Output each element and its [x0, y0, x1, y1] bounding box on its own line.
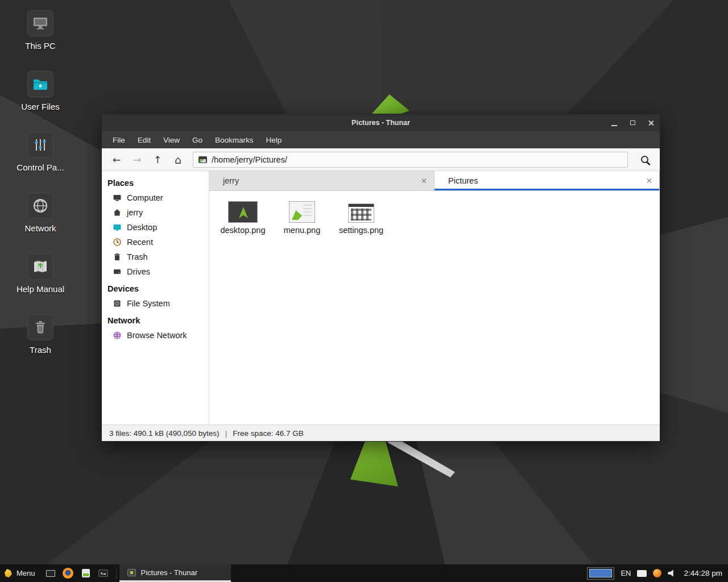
search-button[interactable] [634, 151, 655, 169]
sidebar-item-label: Trash [127, 252, 148, 261]
status-free-space: Free space: 46.7 GB [233, 429, 304, 438]
menu-edit[interactable]: Edit [131, 132, 157, 148]
clock-icon [113, 238, 122, 247]
window-list-icon [46, 570, 55, 577]
clock[interactable]: 2:44:28 pm [682, 569, 722, 577]
control-panel-icon [27, 132, 53, 158]
desktop-icon-control-panel[interactable]: Control Pa... [6, 132, 75, 172]
sidebar-item-drives[interactable]: Drives [102, 264, 209, 279]
file-manager-launcher[interactable] [80, 564, 92, 582]
tab-close-icon[interactable] [647, 178, 652, 184]
tab-bar: jerry Pictures [209, 171, 660, 191]
folder-icon [27, 71, 53, 97]
thunar-window: Pictures - Thunar File Edit View Go Book… [101, 114, 660, 442]
content-pane: jerry Pictures desktop.png [209, 171, 660, 425]
sidebar-item-recent[interactable]: Recent [102, 235, 209, 250]
menu-help[interactable]: Help [260, 132, 288, 148]
path-text: /home/jerry/Pictures/ [212, 155, 287, 164]
wallpaper-accent-white-bottom [388, 439, 455, 477]
firefox-icon [63, 568, 73, 579]
window-controls [605, 114, 660, 131]
status-bar: 3 files: 490.1 kB (490,050 bytes) | Free… [102, 425, 660, 441]
file-menu-png[interactable]: menu.png [274, 199, 330, 235]
up-button[interactable]: ↑ [147, 151, 168, 168]
sidebar-item-file-system[interactable]: File System [102, 296, 209, 311]
menu-view[interactable]: View [157, 132, 186, 148]
titlebar[interactable]: Pictures - Thunar [102, 114, 660, 131]
menu-bar: File Edit View Go Bookmarks Help [102, 131, 660, 148]
desktop-icon-label: Trash [30, 345, 51, 355]
language-indicator[interactable]: EN [621, 569, 631, 577]
file-manager-icon [82, 569, 90, 577]
globe-icon [27, 193, 53, 219]
sidebar-header-devices: Devices [102, 279, 209, 296]
sidebar-item-desktop[interactable]: Desktop [102, 220, 209, 235]
taskbar-tray: EN 2:44:28 pm [587, 564, 728, 582]
window-title: Pictures - Thunar [102, 119, 660, 127]
home-button[interactable]: ⌂ [168, 151, 188, 168]
notification-icon[interactable] [653, 569, 661, 577]
desktop-icon-user-files[interactable]: User Files [6, 71, 75, 111]
file-name: settings.png [339, 226, 383, 235]
wallpaper-accent-green-top [371, 94, 410, 115]
menu-bookmarks[interactable]: Bookmarks [209, 132, 260, 148]
desktop-icon-list: This PC User Files Control Pa... Network… [6, 10, 75, 355]
desktop-icon-label: Control Pa... [16, 163, 64, 172]
sidebar-item-label: Desktop [127, 223, 157, 232]
desktop-icon-label: User Files [21, 102, 60, 111]
tab-label: Pictures [448, 176, 478, 185]
menu-go[interactable]: Go [186, 132, 209, 148]
workspace-pager[interactable] [587, 567, 614, 580]
sidebar-item-browse-network[interactable]: Browse Network [102, 328, 209, 343]
sidebar-item-trash[interactable]: Trash [102, 250, 209, 264]
sidebar-item-jerry[interactable]: jerry [102, 205, 209, 220]
sidebar-item-computer[interactable]: Computer [102, 190, 209, 205]
file-desktop-png[interactable]: desktop.png [215, 199, 271, 235]
trash-icon [113, 252, 122, 261]
close-icon [648, 120, 654, 126]
desktop-icon [113, 223, 122, 232]
sidebar-item-label: jerry [127, 208, 143, 217]
desktop-icon-this-pc[interactable]: This PC [6, 10, 75, 51]
sidebar-item-label: Recent [127, 238, 153, 247]
close-button[interactable] [642, 114, 660, 131]
tab-pictures[interactable]: Pictures [435, 171, 660, 190]
task-button-thunar[interactable]: Pictures - Thunar [119, 564, 231, 582]
computer-icon [113, 193, 122, 202]
minimize-button[interactable] [605, 114, 623, 131]
desktop-icon-help-manual[interactable]: Help Manual [6, 253, 75, 294]
image-file-icon [198, 156, 207, 163]
computer-icon [27, 10, 53, 36]
sidebar-item-label: Browse Network [127, 331, 187, 340]
tab-jerry[interactable]: jerry [209, 171, 435, 190]
window-list-button[interactable] [44, 564, 57, 582]
forward-button[interactable]: → [127, 151, 147, 168]
file-name: desktop.png [220, 226, 265, 235]
disk-icon [113, 299, 122, 308]
file-thumbnail [348, 199, 374, 223]
keyboard-icon[interactable] [637, 570, 647, 577]
menu-button-label: Menu [16, 569, 35, 577]
desktop-icon-network[interactable]: Network [6, 193, 75, 233]
pager-window [589, 569, 612, 577]
menu-file[interactable]: File [106, 132, 131, 148]
file-settings-png[interactable]: settings.png [333, 199, 389, 235]
tab-close-icon[interactable] [421, 178, 427, 184]
terminal-launcher[interactable] [97, 564, 110, 582]
forward-icon: → [133, 154, 141, 165]
menu-button[interactable]: Menu [0, 564, 41, 582]
drive-icon [113, 267, 122, 276]
search-icon [641, 156, 648, 163]
volume-icon[interactable] [668, 569, 676, 577]
path-bar[interactable]: /home/jerry/Pictures/ [193, 152, 628, 168]
sidebar-item-label: Drives [127, 267, 150, 276]
taskbar-separator [116, 568, 117, 579]
firefox-launcher[interactable] [62, 564, 75, 582]
thunar-icon [127, 569, 136, 576]
desktop-icon-trash[interactable]: Trash [6, 314, 75, 355]
maximize-button[interactable] [623, 114, 642, 131]
window-main: Places Computer jerry Desktop Recent [102, 171, 660, 425]
file-view[interactable]: desktop.png menu.png settings.png [209, 191, 660, 425]
maximize-icon [630, 120, 635, 125]
back-button[interactable]: ← [106, 151, 127, 168]
